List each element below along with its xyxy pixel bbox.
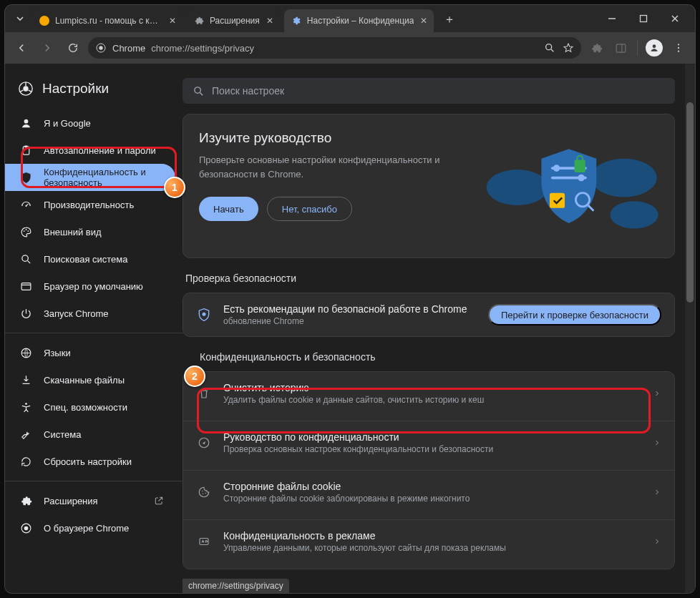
tab-settings[interactable]: Настройки – Конфиденциа ✕: [284, 9, 434, 32]
svg-rect-33: [575, 160, 585, 172]
privacy-row-trash[interactable]: Очистить историюУдалить файлы cookie и д…: [183, 372, 674, 415]
sidebar-item-label: Система: [44, 429, 81, 440]
svg-point-18: [27, 230, 29, 232]
extensions-button[interactable]: [585, 37, 607, 59]
chrome-logo-icon: [95, 42, 107, 54]
svg-rect-35: [550, 193, 565, 208]
sidebar-item-privacy[interactable]: Конфиденциальность и безопасность: [5, 164, 175, 191]
sidebar-item-label: Спец. возможности: [44, 402, 127, 413]
privacy-row-compass[interactable]: Руководство по конфиденциальностиПроверк…: [183, 421, 674, 464]
close-tab-button[interactable]: ✕: [418, 15, 429, 26]
svg-point-8: [678, 47, 679, 49]
settings-search-input[interactable]: Поиск настроек: [183, 78, 675, 104]
sidebar-item-label: Браузер по умолчанию: [44, 281, 143, 292]
search-placeholder: Поиск настроек: [212, 85, 284, 97]
guide-dismiss-button[interactable]: Нет, спасибо: [267, 197, 352, 221]
row-subtitle: Управление данными, которые используют с…: [223, 543, 641, 553]
ads-icon: [196, 534, 212, 549]
settings-sidebar: Настройки Я и GoogleАвтозаполнение и пар…: [5, 64, 183, 593]
sidebar-item-appearance[interactable]: Внешний вид: [5, 218, 175, 245]
svg-point-28: [611, 201, 658, 228]
row-subtitle: Сторонние файлы cookie заблокированы в р…: [223, 494, 641, 504]
external-link-icon: [154, 496, 164, 506]
tab-extensions[interactable]: Расширения ✕: [187, 9, 280, 32]
privacy-row-ads[interactable]: Конфиденциальность в рекламеУправление д…: [183, 519, 674, 563]
browser-toolbar: Chrome chrome://settings/privacy: [5, 32, 695, 64]
reset-icon: [19, 455, 32, 468]
trash-icon: [196, 386, 212, 401]
svg-point-3: [99, 46, 102, 49]
sidebar-item-system[interactable]: Система: [5, 421, 175, 448]
sidebar-item-search[interactable]: Поисковая система: [5, 245, 175, 273]
svg-point-37: [203, 313, 206, 316]
address-site: Chrome: [112, 43, 145, 54]
sidebar-item-label: Автозаполнение и пароли: [44, 145, 156, 156]
sidebar-item-you[interactable]: Я и Google: [5, 109, 175, 137]
sidebar-item-performance[interactable]: Производительность: [5, 191, 175, 218]
person-icon: [19, 117, 32, 129]
tabs-dropdown-button[interactable]: [11, 9, 29, 28]
profile-button[interactable]: [643, 37, 665, 59]
power-icon: [19, 307, 32, 320]
sidebar-item-label: Конфиденциальность и безопасность: [44, 167, 161, 188]
svg-point-22: [25, 403, 27, 405]
svg-point-7: [678, 44, 679, 45]
svg-point-27: [591, 159, 657, 197]
close-tab-button[interactable]: ✕: [167, 15, 178, 26]
svg-point-32: [578, 175, 585, 182]
safety-check-heading: Проверка безопасности: [185, 273, 695, 284]
window-minimize-button[interactable]: [596, 5, 628, 32]
svg-point-26: [487, 170, 548, 205]
search-in-page-icon[interactable]: [544, 42, 555, 54]
svg-rect-5: [616, 44, 626, 52]
cookie-icon: [196, 484, 212, 500]
back-button[interactable]: [11, 37, 32, 59]
privacy-guide-card: Изучите руководство Проверьте основные н…: [183, 114, 675, 258]
svg-rect-14: [24, 145, 27, 147]
address-bar[interactable]: Chrome chrome://settings/privacy: [88, 37, 581, 59]
sidebar-item-startup[interactable]: Запуск Chrome: [5, 300, 175, 327]
tab-label: Lumpics.ru - помощь с комп: [55, 16, 162, 26]
safety-check-sub: обновление Chrome: [223, 316, 477, 326]
privacy-row-cookie[interactable]: Сторонние файлы cookieСторонние файлы co…: [183, 470, 674, 514]
svg-point-30: [553, 165, 560, 172]
sidebar-item-extensions[interactable]: Расширения: [5, 487, 175, 514]
window-maximize-button[interactable]: [628, 5, 659, 32]
reload-button[interactable]: [62, 37, 84, 59]
row-subtitle: Проверка основных настроек конфиденциаль…: [223, 444, 641, 454]
svg-point-24: [24, 526, 28, 530]
svg-rect-1: [641, 16, 647, 22]
sidebar-item-languages[interactable]: Языки: [5, 339, 175, 366]
avatar-icon: [646, 39, 663, 57]
side-panel-button[interactable]: [610, 37, 631, 59]
guide-start-button[interactable]: Начать: [199, 197, 258, 221]
sidebar-item-default[interactable]: Браузер по умолчанию: [5, 273, 175, 300]
svg-point-39: [202, 491, 203, 492]
scrollbar-thumb[interactable]: [686, 102, 694, 303]
sidebar-item-about[interactable]: О браузере Chrome: [5, 514, 175, 541]
safety-check-action-button[interactable]: Перейти к проверке безопасности: [488, 304, 661, 325]
sidebar-item-downloads[interactable]: Скачанные файлы: [5, 366, 175, 393]
svg-point-41: [205, 493, 207, 494]
bookmark-star-icon[interactable]: [563, 42, 574, 54]
row-title: Очистить историю: [223, 382, 641, 393]
sidebar-item-label: Я и Google: [44, 118, 91, 129]
forward-button[interactable]: [37, 37, 58, 59]
new-tab-button[interactable]: ＋: [439, 9, 460, 29]
sidebar-item-autofill[interactable]: Автозаполнение и пароли: [5, 137, 175, 164]
chevron-right-icon: [653, 389, 661, 398]
safety-check-card: Есть рекомендации по безопасной работе в…: [183, 293, 675, 337]
row-subtitle: Удалить файлы cookie и данные сайтов, оч…: [223, 395, 641, 405]
close-tab-button[interactable]: ✕: [264, 15, 276, 26]
download-icon: [19, 373, 32, 386]
sidebar-item-accessibility[interactable]: Спец. возможности: [5, 393, 175, 421]
menu-button[interactable]: [668, 37, 689, 59]
sidebar-item-reset[interactable]: Сбросить настройки: [5, 448, 175, 475]
svg-point-6: [653, 44, 656, 48]
window-close-button[interactable]: [659, 5, 691, 32]
sidebar-item-label: Производительность: [44, 200, 134, 210]
chrome-logo-icon: [18, 81, 34, 97]
scrollbar[interactable]: [685, 64, 695, 593]
tab-lumpics[interactable]: Lumpics.ru - помощь с комп ✕: [32, 9, 183, 32]
settings-main: Поиск настроек Изучите руководство Прове…: [183, 64, 695, 593]
